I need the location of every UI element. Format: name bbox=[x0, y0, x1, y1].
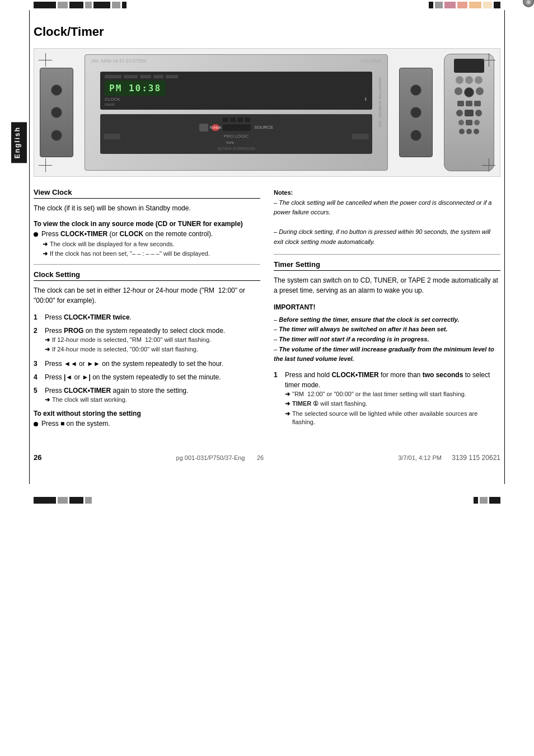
top-decorative-bar: ⊕ bbox=[0, 0, 534, 10]
view-clock-bullet-text: Press CLOCK•TIMER (or CLOCK on the remot… bbox=[41, 230, 213, 238]
stereo-top-panel: PM 10:38 CLOCK⬇ mood bbox=[100, 72, 372, 110]
step-5: 5 Press CLOCK•TIMER again to store the s… bbox=[34, 386, 260, 405]
view-clock-arrow2: ➜ If the clock has not been set, "– – : … bbox=[43, 250, 260, 258]
step-3-content: Press ◄◄ or ►► on the system repeatedly … bbox=[45, 359, 260, 369]
bullet-circle-icon bbox=[34, 232, 38, 237]
view-clock-section: View Clock The clock (if it is set) will… bbox=[34, 188, 260, 259]
crosshair-bottomleft bbox=[39, 158, 52, 172]
arrow-icon-2: ➜ bbox=[43, 250, 48, 258]
timer-arrow2-text: TIMER ① will start flashing. bbox=[292, 400, 367, 408]
view-clock-body: The clock (if it is set) will be shown i… bbox=[34, 203, 260, 213]
divider-1 bbox=[34, 264, 260, 265]
two-column-layout: View Clock The clock (if it is set) will… bbox=[34, 188, 500, 431]
footer-file-text: pg 001-031/P750/37-Eng bbox=[176, 454, 245, 461]
remote-control bbox=[444, 54, 494, 171]
step-2-arrow2: ➜ If 24-hour mode is selected, "00:00" w… bbox=[45, 345, 260, 354]
footer-page-text: 26 bbox=[257, 454, 264, 461]
view-clock-subsection-title: To view the clock in any source mode (CD… bbox=[34, 220, 260, 228]
speaker-left bbox=[40, 68, 73, 157]
view-clock-bullet: Press CLOCK•TIMER (or CLOCK on the remot… bbox=[34, 230, 260, 238]
border-left bbox=[29, 10, 30, 484]
important-item-2: – The timer will always be switched on a… bbox=[274, 325, 500, 335]
timer-setting-section: Timer Setting The system can switch on t… bbox=[274, 260, 500, 428]
page-wrapper: English Clock/Timer JW- MINI HI-FI SYSTE… bbox=[0, 10, 534, 484]
timer-step-num-1: 1 bbox=[274, 370, 282, 428]
step-1-content: Press CLOCK•TIMER twice. bbox=[45, 312, 260, 322]
device-placeholder: JW- MINI HI-FI SYSTEM VOLUME PM 10:38 bbox=[34, 49, 500, 176]
step-2: 2 Press PROG on the system repeatedly to… bbox=[34, 326, 260, 355]
note-2: – During clock setting, if no button is … bbox=[274, 227, 500, 247]
timer-steps: 1 Press and hold CLOCK•TIMER for more th… bbox=[274, 370, 500, 428]
clock-setting-title: Clock Setting bbox=[34, 270, 260, 281]
divider-2 bbox=[274, 254, 500, 255]
notes-section: Notes: – The clock setting will be cance… bbox=[274, 188, 500, 247]
step-2-arrow1-text: If 12-hour mode is selected, "RM 12:00" … bbox=[52, 336, 211, 344]
step-5-arrow1: ➜ The clock will start working. bbox=[45, 396, 260, 404]
left-column: View Clock The clock (if it is set) will… bbox=[34, 188, 260, 431]
view-clock-arrow1: ➜ The clock will be displayed for a few … bbox=[43, 240, 260, 248]
clock-setting-body: The clock can be set in either 12-hour o… bbox=[34, 285, 260, 306]
step-num-5: 5 bbox=[34, 386, 41, 405]
timer-step-1-content: Press and hold CLOCK•TIMER for more than… bbox=[285, 370, 500, 428]
view-clock-arrow1-text: The clock will be displayed for a few se… bbox=[50, 240, 175, 248]
view-clock-arrow2-text: If the clock has not been set, "– – : – … bbox=[50, 250, 210, 258]
arrow-icon-5: ➜ bbox=[45, 396, 50, 404]
step-2-arrow2-text: If 24-hour mode is selected, "00:00" wil… bbox=[52, 345, 198, 354]
timer-arrow1-text: "RM 12:00" or "00:00" or the last timer … bbox=[292, 390, 466, 398]
timer-step-1: 1 Press and hold CLOCK•TIMER for more th… bbox=[274, 370, 500, 428]
footer-file: pg 001-031/P750/37-Eng 26 bbox=[176, 454, 264, 461]
remote-screen bbox=[454, 59, 484, 73]
footer-date: 3/7/01, 4:12 PM 3139 115 20621 bbox=[398, 454, 500, 462]
timer-arrow2: ➜ TIMER ① will start flashing. bbox=[285, 400, 500, 408]
arrow-icon-7: ➜ bbox=[285, 400, 290, 408]
right-column: Notes: – The clock setting will be cance… bbox=[274, 188, 500, 431]
border-right bbox=[504, 10, 505, 484]
page-number: 26 bbox=[34, 453, 41, 462]
arrow-icon-1: ➜ bbox=[43, 240, 48, 248]
exit-bullet: Press ■ on the system. bbox=[34, 420, 260, 428]
page-footer: 26 pg 001-031/P750/37-Eng 26 3/7/01, 4:1… bbox=[34, 448, 500, 462]
step-1: 1 Press CLOCK•TIMER twice. bbox=[34, 312, 260, 322]
arrow-icon-6: ➜ bbox=[285, 390, 290, 398]
step-3: 3 Press ◄◄ or ►► on the system repeatedl… bbox=[34, 359, 260, 369]
exit-title: To exit without storing the setting bbox=[34, 410, 260, 417]
arrow-icon-3: ➜ bbox=[45, 336, 50, 344]
clock-setting-steps: 1 Press CLOCK•TIMER twice. 2 Press PROG … bbox=[34, 312, 260, 405]
bottom-decorative-bar bbox=[0, 495, 534, 505]
clock-setting-section: Clock Setting The clock can be set in ei… bbox=[34, 270, 260, 428]
timer-arrow3: ➜ The selected source will be lighted wh… bbox=[285, 410, 500, 427]
important-item-4: – The volume of the timer will increase … bbox=[274, 345, 500, 364]
timer-setting-body: The system can switch on to CD, TUNER, o… bbox=[274, 275, 500, 295]
exit-bullet-text: Press ■ on the system. bbox=[41, 420, 110, 428]
stereo-unit: JW- MINI HI-FI SYSTEM VOLUME PM 10:38 bbox=[85, 54, 388, 171]
arrow-icon-8: ➜ bbox=[285, 410, 290, 427]
step-num-1: 1 bbox=[34, 312, 41, 322]
footer-code: 3139 115 20621 bbox=[452, 454, 500, 462]
step-num-2: 2 bbox=[34, 326, 41, 355]
page-title: Clock/Timer bbox=[34, 16, 500, 39]
view-clock-title: View Clock bbox=[34, 188, 260, 199]
timer-arrow1: ➜ "RM 12:00" or "00:00" or the last time… bbox=[285, 390, 500, 398]
footer-date-text: 3/7/01, 4:12 PM bbox=[398, 454, 442, 461]
bullet-circle-icon-2 bbox=[34, 422, 38, 426]
speaker-right bbox=[399, 68, 433, 157]
notes-title: Notes: bbox=[274, 188, 500, 198]
step-5-arrow1-text: The clock will start working. bbox=[52, 396, 127, 404]
timer-setting-title: Timer Setting bbox=[274, 260, 500, 271]
device-image: JW- MINI HI-FI SYSTEM VOLUME PM 10:38 bbox=[34, 48, 500, 177]
important-section: IMPORTANT! – Before setting the timer, e… bbox=[274, 302, 500, 364]
step-2-content: Press PROG on the system repeatedly to s… bbox=[45, 326, 260, 355]
display-screen: PM 10:38 bbox=[105, 81, 166, 96]
important-item-3: – The timer will not start if a recordin… bbox=[274, 335, 500, 345]
step-4: 4 Press |◄ or ►| on the system repeatedl… bbox=[34, 372, 260, 382]
important-item-1: – Before setting the timer, ensure that … bbox=[274, 315, 500, 325]
crosshair-bottomright bbox=[482, 158, 495, 172]
sidebar-language-label: English bbox=[11, 122, 27, 163]
step-num-4: 4 bbox=[34, 372, 41, 382]
timer-arrow3-text: The selected source will be lighted whil… bbox=[292, 410, 500, 427]
crosshair-topleft bbox=[39, 53, 52, 67]
arrow-icon-4: ➜ bbox=[45, 345, 50, 354]
step-4-content: Press |◄ or ►| on the system repeatedly … bbox=[45, 372, 260, 382]
step-5-content: Press CLOCK•TIMER again to store the set… bbox=[45, 386, 260, 405]
note-1: – The clock setting will be cancelled wh… bbox=[274, 198, 500, 218]
